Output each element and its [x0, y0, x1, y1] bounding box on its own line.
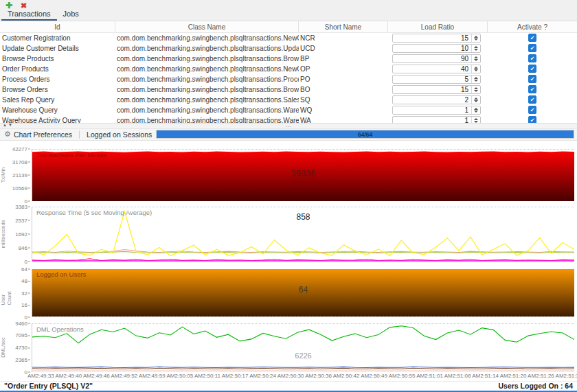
- table-row[interactable]: Update Customer Detailscom.dom.benchmark…: [0, 43, 577, 54]
- y-tick-label: 7095: [15, 332, 27, 338]
- table-row[interactable]: Sales Rep Querycom.dom.benchmarking.swin…: [0, 95, 577, 105]
- collapse-arrows-icon[interactable]: ▲▼: [3, 123, 14, 127]
- cell-activate: [488, 54, 577, 62]
- table-row[interactable]: Browse Orderscom.dom.benchmarking.swingb…: [0, 84, 577, 95]
- y-tick-label: 846: [19, 244, 27, 251]
- column-header[interactable]: Class Name: [115, 21, 299, 32]
- cell-id: Browse Products: [0, 55, 115, 62]
- activate-checkbox[interactable]: [528, 95, 536, 104]
- cell-activate: [488, 106, 577, 114]
- cell-class-name: com.dom.benchmarking.swingbench.plsqltra…: [115, 65, 299, 73]
- column-header[interactable]: Load Ratio: [388, 21, 488, 32]
- spinner-arrows-icon[interactable]: [471, 55, 480, 62]
- load-ratio-value: 2: [393, 96, 471, 104]
- cell-id: Process Orders: [0, 76, 115, 83]
- time-axis-labels: AM2:49:33 AM2:49:40 AM2:49:46 AM2:49:52 …: [0, 372, 577, 381]
- y-axis-label: milliseconds: [0, 220, 6, 248]
- load-ratio-value: 15: [393, 86, 471, 93]
- y-tick-label: 31708: [12, 159, 27, 165]
- cell-load-ratio: 15: [388, 85, 488, 94]
- cell-activate: [488, 65, 577, 73]
- y-tick-label: 1692: [15, 231, 27, 237]
- column-header[interactable]: Activate ?: [488, 21, 577, 32]
- cell-class-name: com.dom.benchmarking.swingbench.plsqltra…: [115, 55, 299, 62]
- spinner-arrows-icon[interactable]: [471, 106, 480, 114]
- spinner-arrows-icon[interactable]: [471, 117, 480, 124]
- load-ratio-spinner[interactable]: 40: [392, 65, 481, 73]
- table-row[interactable]: Browse Productscom.dom.benchmarking.swin…: [0, 54, 577, 64]
- load-ratio-spinner[interactable]: 10: [392, 44, 481, 53]
- chart-title: Logged on Users: [36, 270, 86, 278]
- chart-logged-on-users: User Count 644832160 Logged on Users 64: [0, 269, 577, 317]
- activate-checkbox[interactable]: [528, 75, 536, 83]
- cell-activate: [488, 75, 577, 83]
- table-row[interactable]: Order Productscom.dom.benchmarking.swing…: [0, 64, 577, 74]
- y-tick-label: 3383: [15, 203, 27, 209]
- cell-id: Warehouse Activity Query: [0, 117, 115, 124]
- time-tick-label: 2:50:55 AM: [397, 373, 425, 381]
- load-ratio-spinner[interactable]: 5: [392, 75, 481, 84]
- cell-short-name: NCR: [299, 34, 388, 42]
- load-ratio-spinner[interactable]: 1: [392, 116, 481, 124]
- splitter-bar[interactable]: ▲▼ …: [0, 123, 577, 129]
- spinner-arrows-icon[interactable]: [471, 76, 480, 83]
- spinner-arrows-icon[interactable]: [471, 86, 480, 93]
- table-row[interactable]: Process Orderscom.dom.benchmarking.swing…: [0, 74, 577, 84]
- activate-checkbox[interactable]: [528, 116, 536, 123]
- cell-class-name: com.dom.benchmarking.swingbench.plsqltra…: [115, 106, 299, 114]
- spinner-arrows-icon[interactable]: [471, 45, 480, 52]
- splitter-handle-icon[interactable]: …: [285, 122, 292, 128]
- column-header[interactable]: Short Name: [299, 21, 388, 32]
- status-benchmark-name: "Order Entry (PLSQL) V2": [4, 382, 93, 390]
- tab-transactions[interactable]: Transactions: [1, 8, 57, 21]
- time-tick-label: 2:49:52 AM: [119, 373, 146, 381]
- load-ratio-spinner[interactable]: 15: [392, 85, 481, 94]
- cell-id: Order Products: [0, 65, 115, 73]
- y-axis-ticks: 422773170821139105690: [7, 149, 30, 201]
- cell-load-ratio: 10: [388, 44, 488, 53]
- chart-preferences-button[interactable]: Chart Preferences: [14, 130, 72, 139]
- y-tick-label: 0: [25, 258, 27, 264]
- table-row[interactable]: Customer Registrationcom.dom.benchmarkin…: [0, 33, 577, 43]
- y-tick-label: 10569: [12, 185, 27, 191]
- table-row[interactable]: Warehouse Querycom.dom.benchmarking.swin…: [0, 105, 577, 115]
- cell-id: Browse Orders: [0, 86, 115, 93]
- y-axis: User Count 644832160: [0, 269, 32, 317]
- load-ratio-value: 15: [393, 34, 471, 42]
- load-ratio-spinner[interactable]: 1: [392, 106, 481, 115]
- gear-icon: ⚙: [4, 130, 11, 139]
- tab-bar: TransactionsJobs: [0, 10, 577, 21]
- y-tick-label: 16: [21, 302, 27, 308]
- y-axis-ticks: 94607095473023650: [7, 323, 30, 372]
- main-toolbar: ✚ ✖: [0, 0, 577, 10]
- cell-activate: [488, 44, 577, 52]
- activate-checkbox[interactable]: [528, 44, 536, 52]
- time-tick-label: AM: [27, 373, 36, 381]
- y-tick-label: 32: [21, 290, 27, 296]
- activate-checkbox[interactable]: [528, 54, 536, 62]
- activate-checkbox[interactable]: [528, 65, 536, 73]
- spinner-arrows-icon[interactable]: [471, 65, 480, 73]
- status-users-logged-on: Users Logged On : 64: [498, 382, 573, 390]
- load-ratio-spinner[interactable]: 2: [392, 95, 481, 104]
- cell-class-name: com.dom.benchmarking.swingbench.plsqltra…: [115, 76, 299, 83]
- column-header[interactable]: Id: [0, 21, 115, 32]
- activate-checkbox[interactable]: [528, 34, 536, 42]
- transactions-table-body: Customer Registrationcom.dom.benchmarkin…: [0, 33, 577, 124]
- cell-activate: [488, 116, 577, 123]
- tab-jobs[interactable]: Jobs: [57, 8, 85, 21]
- y-axis-label: DML/sec: [0, 337, 6, 358]
- load-ratio-spinner[interactable]: 90: [392, 54, 481, 63]
- spinner-arrows-icon[interactable]: [471, 96, 480, 104]
- chart-title: Response Time (5 sec Moving Average): [36, 209, 152, 216]
- activate-checkbox[interactable]: [528, 106, 536, 114]
- spinner-arrows-icon[interactable]: [471, 34, 480, 42]
- time-tick-label: 2:49:40 AM: [63, 373, 91, 381]
- swingbench-window: ✚ ✖ TransactionsJobs IdClass NameShort N…: [0, 0, 577, 392]
- load-ratio-spinner[interactable]: 15: [392, 34, 481, 43]
- y-axis-ticks: 644832160: [7, 269, 30, 317]
- cell-class-name: com.dom.benchmarking.swingbench.plsqltra…: [115, 34, 299, 42]
- chart-response-time: milliseconds 3383253716928460 Response T…: [0, 207, 577, 262]
- chart-transactions-per-minute: Tx/Min 422773170821139105690 Transaction…: [0, 149, 577, 201]
- activate-checkbox[interactable]: [528, 85, 536, 93]
